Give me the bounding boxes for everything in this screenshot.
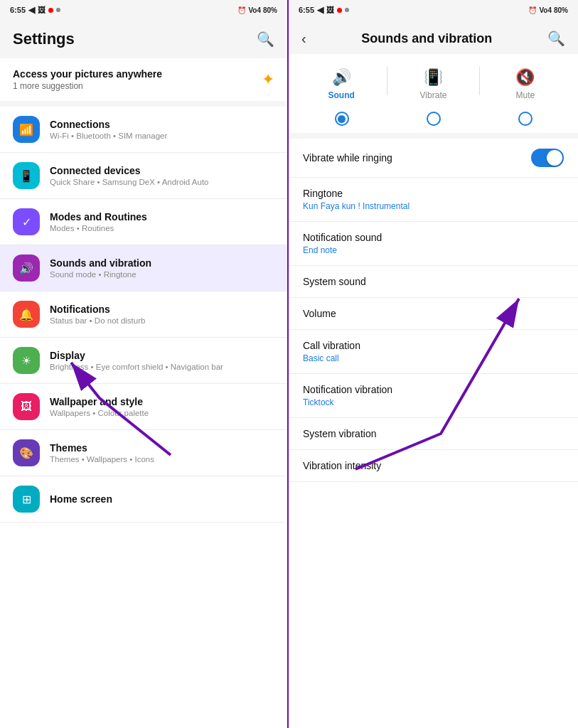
gallery-icon: 🖼 [38, 6, 46, 14]
right-panel: 6:55 ◀ 🖼 ⏰ Vo4 80% ‹ Sounds and vibratio… [289, 0, 578, 728]
sound-item-ringtone[interactable]: Ringtone Kun Faya kun ! Instrumental [289, 178, 578, 222]
item-icon-modes-routines: ✓ [13, 208, 40, 235]
sound-item-system-sound[interactable]: System sound [289, 266, 578, 298]
item-icon-notifications: 🔔 [13, 301, 40, 328]
sound-item-row-notification-sound: Notification sound End note [303, 232, 564, 255]
settings-title: Settings [13, 30, 75, 48]
radio-sound[interactable] [296, 112, 387, 126]
item-sub-connections: Wi-Fi • Bluetooth • SIM manager [50, 132, 167, 140]
item-icon-connections: 📶 [13, 116, 40, 143]
mute-label: Mute [515, 90, 535, 100]
icon-symbol-home-screen: ⊞ [22, 493, 31, 506]
sound-item-title-volume: Volume [303, 308, 336, 319]
sound-item-system-vibration[interactable]: System vibration [289, 418, 578, 450]
alarm-icon-right: ⏰ [528, 6, 537, 14]
mode-radios [289, 112, 578, 126]
sound-item-row-ringtone: Ringtone Kun Faya kun ! Instrumental [303, 188, 564, 211]
tab-mute[interactable]: 🔇 Mute [480, 64, 571, 105]
item-icon-sounds-vibration: 🔊 [13, 255, 40, 282]
sound-item-title-system-vibration: System vibration [303, 428, 376, 439]
sound-item-call-vibration[interactable]: Call vibration Basic call [289, 330, 578, 374]
gallery-icon-right: 🖼 [326, 6, 334, 14]
sound-item-title-call-vibration: Call vibration [303, 340, 360, 351]
item-sub-modes-routines: Modes • Routines [50, 224, 147, 232]
vibrate-label: Vibrate [420, 90, 447, 100]
icon-symbol-connections: 📶 [19, 123, 33, 136]
radio-mute[interactable] [479, 112, 571, 126]
sound-item-title-ringtone: Ringtone [303, 188, 410, 199]
sound-item-row-system-vibration: System vibration [303, 428, 564, 439]
item-sub-display: Brightness • Eye comfort shield • Naviga… [50, 363, 223, 371]
settings-item-themes[interactable]: 🎨 Themes Themes • Wallpapers • Icons [0, 430, 287, 476]
settings-header: Settings 🔍 [0, 20, 287, 55]
item-sub-connected-devices: Quick Share • Samsung DeX • Android Auto [50, 178, 208, 186]
signal-icon: Vo4 [248, 6, 261, 14]
status-icons-left: ⏰ Vo4 80% [237, 6, 277, 14]
alarm-icon: ⏰ [237, 6, 246, 14]
sound-label: Sound [328, 90, 355, 100]
settings-item-home-screen[interactable]: ⊞ Home screen [0, 476, 287, 523]
item-icon-themes: 🎨 [13, 439, 40, 466]
item-title-connections: Connections [50, 119, 167, 130]
item-title-connected-devices: Connected devices [50, 165, 208, 176]
sound-item-notification-sound[interactable]: Notification sound End note [289, 222, 578, 266]
item-text-notifications: Notifications Status bar • Do not distur… [50, 304, 145, 325]
sound-item-notification-vibration[interactable]: Notification vibration Ticktock [289, 374, 578, 418]
item-icon-connected-devices: 📱 [13, 162, 40, 189]
sound-item-sub-notification-vibration: Ticktock [303, 397, 392, 407]
time-right: 6:55 [299, 6, 314, 14]
sound-item-title-notification-sound: Notification sound [303, 232, 382, 243]
sound-item-sub-ringtone: Kun Faya kun ! Instrumental [303, 201, 410, 211]
item-title-sounds-vibration: Sounds and vibration [50, 257, 151, 269]
settings-search-button[interactable]: 🔍 [257, 31, 274, 48]
sound-item-volume[interactable]: Volume [289, 298, 578, 330]
item-text-home-screen: Home screen [50, 493, 112, 505]
radio-circle-sound[interactable] [335, 112, 349, 126]
settings-item-sounds-vibration[interactable]: 🔊 Sounds and vibration Sound mode • Ring… [0, 245, 287, 291]
sound-icon: 🔊 [332, 68, 351, 87]
radio-vibrate[interactable] [387, 112, 479, 126]
radio-circle-vibrate[interactable] [427, 112, 441, 126]
settings-item-connected-devices[interactable]: 📱 Connected devices Quick Share • Samsun… [0, 153, 287, 199]
sound-item-row-call-vibration: Call vibration Basic call [303, 340, 564, 363]
sound-item-content-vibration-intensity: Vibration intensity [303, 460, 381, 471]
settings-item-notifications[interactable]: 🔔 Notifications Status bar • Do not dist… [0, 291, 287, 338]
item-title-themes: Themes [50, 442, 154, 454]
item-icon-home-screen: ⊞ [13, 486, 40, 513]
item-text-sounds-vibration: Sounds and vibration Sound mode • Ringto… [50, 257, 151, 279]
settings-item-wallpaper[interactable]: 🖼 Wallpaper and style Wallpapers • Colou… [0, 384, 287, 430]
tab-sound[interactable]: 🔊 Sound [296, 64, 387, 105]
status-bar-left: 6:55 ◀ 🖼 ⏰ Vo4 80% [0, 0, 287, 20]
sound-item-sub-notification-sound: End note [303, 245, 382, 255]
settings-item-modes-routines[interactable]: ✓ Modes and Routines Modes • Routines [0, 199, 287, 245]
settings-item-connections[interactable]: 📶 Connections Wi-Fi • Bluetooth • SIM ma… [0, 107, 287, 153]
sound-item-title-notification-vibration: Notification vibration [303, 384, 392, 395]
sound-item-vibrate-while-ringing[interactable]: Vibrate while ringing [289, 139, 578, 178]
item-icon-display: ☀ [13, 347, 40, 374]
settings-item-display[interactable]: ☀ Display Brightness • Eye comfort shiel… [0, 338, 287, 384]
sound-item-row-vibrate-while-ringing: Vibrate while ringing [303, 149, 564, 167]
sounds-title: Sounds and vibration [361, 31, 492, 46]
radio-inner-sound [338, 115, 346, 123]
tab-vibrate[interactable]: 📳 Vibrate [387, 64, 478, 105]
dot-gray-right [345, 8, 349, 12]
icon-symbol-connected-devices: 📱 [19, 169, 33, 183]
toggle-knob-vibrate-while-ringing [547, 150, 562, 166]
sound-item-content-system-vibration: System vibration [303, 428, 376, 439]
icon-symbol-modes-routines: ✓ [22, 215, 31, 229]
toggle-vibrate-while-ringing[interactable] [531, 149, 564, 167]
item-text-connected-devices: Connected devices Quick Share • Samsung … [50, 165, 208, 186]
promo-banner[interactable]: Access your pictures anywhere 1 more sug… [0, 58, 287, 101]
icon-symbol-themes: 🎨 [19, 446, 33, 460]
back-button[interactable]: ‹ [301, 31, 306, 47]
icon-symbol-notifications: 🔔 [19, 308, 33, 321]
status-icons-right: ⏰ Vo4 80% [528, 6, 568, 14]
sound-item-vibration-intensity[interactable]: Vibration intensity [289, 450, 578, 482]
sounds-search-button[interactable]: 🔍 [547, 30, 565, 47]
status-time-right: 6:55 ◀ 🖼 [299, 5, 349, 15]
item-text-themes: Themes Themes • Wallpapers • Icons [50, 442, 154, 464]
sound-item-title-vibrate-while-ringing: Vibrate while ringing [303, 152, 392, 164]
item-title-display: Display [50, 350, 223, 361]
dot-gray [56, 8, 60, 12]
radio-circle-mute[interactable] [518, 112, 532, 126]
